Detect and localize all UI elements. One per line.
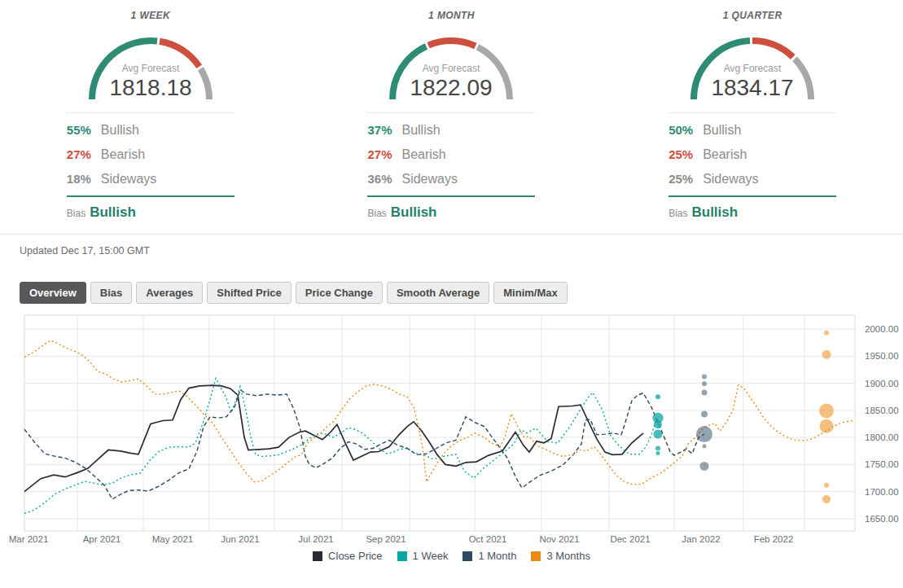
gauge-arc-sideways (200, 68, 209, 99)
legend-item-1-week[interactable]: 1 Week (397, 550, 449, 562)
forecast-poll-widget: 1 WEEKAvg Forecast1818.1855%Bullish27%Be… (0, 0, 903, 562)
legend-item-1-month[interactable]: 1 Month (462, 550, 516, 562)
bubble-point[interactable] (696, 426, 712, 442)
sentiment-row-sideways: 36%Sideways (367, 171, 535, 186)
gauge-arc-bearish (752, 41, 793, 57)
legend-label: 1 Month (478, 550, 516, 562)
legend-swatch-icon (313, 551, 322, 561)
sentiment-pct: 25% (668, 147, 703, 162)
avg-forecast-label: Avg Forecast (724, 63, 782, 74)
gauge-arc-bearish (429, 41, 476, 46)
chart-legend: Close Price1 Week1 Month3 Months (0, 550, 903, 562)
legend-swatch-icon (462, 551, 472, 561)
bias-label: Bias (67, 208, 85, 219)
gauge-chart: Avg Forecast1818.18 (69, 24, 232, 103)
sentiment-row-bearish: 27%Bearish (67, 147, 235, 162)
bubble-point[interactable] (819, 404, 834, 419)
bubble-point[interactable] (702, 389, 708, 395)
sentiment-label: Bullish (703, 122, 741, 138)
forecast-bubbles-1-week-forecasts (653, 394, 664, 455)
x-axis-label: Jul 2021 (298, 534, 333, 544)
bias-value: Bullish (90, 204, 136, 220)
forecast-chart: 2000.001950.001900.001850.001800.001750.… (0, 310, 903, 548)
sentiment-label: Sideways (703, 171, 758, 186)
updated-timestamp: Updated Dec 17, 15:00 GMT (0, 235, 903, 257)
sentiment-row-sideways: 18%Sideways (67, 171, 235, 186)
sentiment-label: Sideways (401, 171, 457, 186)
x-axis-label: Apr 2021 (83, 534, 121, 544)
y-axis-label: 1700.00 (865, 487, 899, 497)
avg-forecast-value: 1834.17 (712, 75, 794, 100)
forecast-bubbles-1-month-forecasts (696, 375, 712, 471)
avg-forecast-value: 1818.18 (109, 75, 191, 100)
bubble-point[interactable] (701, 411, 708, 418)
gauge-chart: Avg Forecast1834.17 (671, 24, 834, 103)
forecast-card-1-week: 1 WEEKAvg Forecast1818.1855%Bullish27%Be… (0, 10, 301, 221)
bias-row: BiasBullish (67, 204, 235, 221)
bias-value: Bullish (691, 204, 738, 220)
tab-smooth-average[interactable]: Smooth Average (387, 282, 489, 304)
plot-border (24, 315, 855, 531)
sentiment-pct: 50% (668, 122, 703, 138)
x-axis-label: Jan 2022 (682, 534, 720, 544)
y-axis-label: 1850.00 (865, 406, 899, 415)
legend-swatch-icon (531, 551, 541, 561)
sentiment-pct: 27% (367, 147, 401, 162)
sentiment-label: Bearish (703, 147, 747, 162)
bias-label: Bias (668, 208, 687, 219)
bubble-point[interactable] (700, 462, 709, 471)
chart-gridlines (24, 315, 855, 531)
tab-bias[interactable]: Bias (90, 282, 132, 304)
series-3-months (24, 340, 853, 485)
y-axis-label: 1650.00 (865, 514, 899, 524)
x-axis-label: Nov 2021 (539, 534, 579, 544)
series-close-price (24, 385, 643, 492)
y-axis-label: 1950.00 (865, 351, 899, 361)
x-axis-label: Jun 2021 (221, 534, 259, 544)
sentiment-pct: 27% (67, 147, 101, 162)
bubble-point[interactable] (822, 350, 831, 359)
sentiment-row-bearish: 25%Bearish (668, 147, 836, 162)
forecast-card-1-month: 1 MONTHAvg Forecast1822.0937%Bullish27%B… (301, 10, 603, 221)
bubble-point[interactable] (655, 446, 660, 451)
forecast-card-1-quarter: 1 QUARTERAvg Forecast1834.1750%Bullish25… (602, 10, 903, 221)
sentiment-pct: 18% (67, 171, 101, 186)
x-axis-label: Dec 2021 (610, 534, 650, 544)
bubble-point[interactable] (654, 420, 662, 428)
card-period-title: 1 MONTH (428, 10, 475, 21)
legend-item-3-months[interactable]: 3 Months (531, 550, 590, 562)
sentiment-row-sideways: 25%Sideways (668, 171, 836, 186)
sentiment-pct: 36% (367, 171, 401, 186)
tab-shifted-price[interactable]: Shifted Price (207, 282, 291, 304)
bubble-point[interactable] (656, 451, 660, 455)
tab-minim-max[interactable]: Minim/Max (493, 282, 567, 304)
gauge-chart: Avg Forecast1822.09 (370, 24, 533, 103)
bubble-point[interactable] (654, 430, 663, 439)
series-1-month (24, 390, 704, 499)
bias-underline (67, 195, 235, 197)
tab-price-change[interactable]: Price Change (296, 282, 383, 304)
sentiment-row-bearish: 27%Bearish (367, 147, 535, 162)
legend-label: 1 Week (413, 550, 449, 562)
tab-averages[interactable]: Averages (136, 282, 203, 304)
x-axis-label: Oct 2021 (469, 534, 507, 544)
bubble-point[interactable] (822, 495, 831, 503)
bias-underline (367, 195, 535, 197)
legend-label: Close Price (328, 550, 382, 562)
legend-item-close-price[interactable]: Close Price (313, 550, 382, 562)
tab-overview[interactable]: Overview (20, 282, 86, 304)
bubble-point[interactable] (820, 419, 834, 433)
card-divider (668, 112, 836, 113)
bubble-point[interactable] (655, 394, 660, 399)
y-axis-label: 1900.00 (865, 379, 899, 388)
avg-forecast-value: 1822.09 (410, 75, 493, 100)
bubble-point[interactable] (824, 483, 829, 488)
gauge-arc-sideways (795, 59, 811, 99)
bubble-point[interactable] (702, 375, 707, 380)
x-axis-label: Sep 2021 (366, 534, 405, 544)
bubble-point[interactable] (702, 381, 707, 386)
bias-label: Bias (367, 208, 386, 219)
legend-swatch-icon (397, 551, 407, 561)
bubble-point[interactable] (824, 331, 829, 336)
bubble-point[interactable] (703, 444, 707, 448)
